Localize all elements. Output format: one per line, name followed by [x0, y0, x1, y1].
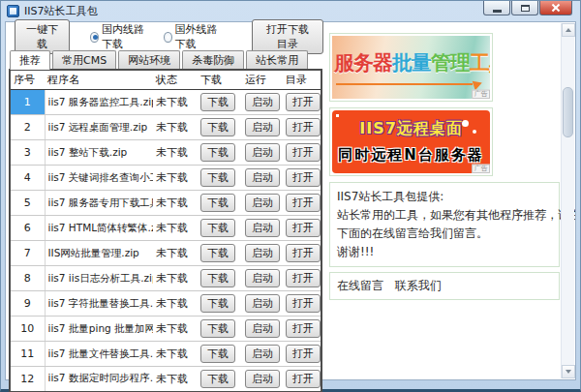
run-button[interactable]: 启动 — [245, 168, 280, 187]
open-button[interactable]: 打开 — [286, 269, 321, 287]
row-number[interactable]: 6 — [10, 216, 45, 241]
row-number[interactable]: 3 — [10, 140, 45, 166]
run-button[interactable]: 启动 — [245, 118, 280, 136]
col-header-no: 序号 — [10, 70, 45, 90]
tab-site-env[interactable]: 网站环境 — [118, 50, 180, 69]
run-button[interactable]: 启动 — [245, 370, 280, 388]
info-line: IIS7站长工具包提供: — [337, 188, 552, 206]
open-button[interactable]: 打开 — [286, 168, 321, 187]
download-button[interactable]: 下载 — [200, 269, 235, 287]
download-button[interactable]: 下载 — [200, 370, 235, 388]
run-button[interactable]: 启动 — [245, 345, 280, 363]
open-button[interactable]: 打开 — [286, 194, 321, 212]
open-button[interactable]: 打开 — [286, 319, 321, 338]
program-name: iis7 批量文件替换工具.zip — [45, 342, 153, 367]
open-button[interactable]: 打开 — [286, 294, 321, 313]
contact-link[interactable]: 联系我们 — [395, 279, 442, 292]
table-row[interactable]: 5 iis7 服务器专用下载工具.zip 未下载 下载 启动 打开 — [10, 191, 321, 216]
program-name: iis7 整站下载.zip — [45, 140, 153, 166]
right-panel-scrollbar[interactable] — [561, 23, 574, 378]
row-number[interactable]: 4 — [10, 166, 45, 191]
status-label: 未下载 — [153, 317, 198, 342]
feedback-link[interactable]: 在线留言 — [337, 279, 383, 292]
banner1-seg3: 管理 — [431, 51, 470, 75]
row-number[interactable]: 11 — [10, 342, 45, 367]
row-number[interactable]: 7 — [10, 241, 45, 266]
open-download-dir-button[interactable]: 打开下载目录 — [252, 19, 323, 54]
status-label: 未下载 — [153, 367, 198, 392]
table-row[interactable]: 12 iis7 数据定时同步程序.zip 未下载 下载 启动 打开 — [10, 367, 321, 392]
run-button[interactable]: 启动 — [245, 244, 280, 262]
status-label: 未下载 — [153, 241, 198, 266]
program-name: iis7 服务器专用下载工具.zip — [45, 191, 153, 216]
run-button[interactable]: 启动 — [245, 194, 280, 212]
row-number[interactable]: 12 — [10, 367, 45, 392]
banner1-seg4: 工具 — [470, 51, 490, 75]
download-button[interactable]: 下载 — [200, 219, 235, 237]
download-button[interactable]: 下载 — [200, 319, 235, 338]
tab-antivirus[interactable]: 杀毒防御 — [182, 50, 244, 69]
download-button[interactable]: 下载 — [200, 294, 235, 313]
tab-webmaster-common[interactable]: 站长常用 — [246, 50, 308, 69]
ad-banner-server-batch[interactable]: 服务器批量管理工具 广告 — [329, 33, 493, 102]
download-button[interactable]: 下载 — [200, 143, 235, 162]
open-button[interactable]: 打开 — [286, 244, 321, 262]
client-area: 一键下载 国内线路下载 国外线路下载 打开下载目录 推荐 常用CMS 网站环境 … — [5, 21, 576, 380]
table-row[interactable]: 4 iis7 关键词排名查询小工... 未下载 下载 启动 打开 — [10, 166, 321, 191]
row-number[interactable]: 8 — [10, 266, 45, 291]
maximize-button[interactable] — [511, 1, 538, 15]
one-click-download-button[interactable]: 一键下载 — [15, 19, 70, 54]
download-button[interactable]: 下载 — [200, 168, 235, 187]
tab-common-cms[interactable]: 常用CMS — [52, 50, 116, 69]
table-row[interactable]: 2 iis7 远程桌面管理.zip 未下载 下载 启动 打开 — [10, 115, 321, 140]
tab-recommended[interactable]: 推荐 — [10, 50, 50, 70]
table-row[interactable]: 6 iis7 HTML简体转繁体.zip 未下载 下载 启动 打开 — [10, 216, 321, 241]
open-button[interactable]: 打开 — [286, 370, 321, 388]
open-button[interactable]: 打开 — [286, 345, 321, 363]
scroll-up-button[interactable] — [562, 23, 575, 37]
table-row[interactable]: 10 iis7 批量ping 批量加网卡... 未下载 下载 启动 打开 — [10, 317, 321, 342]
minimize-button[interactable] — [483, 1, 510, 15]
open-button[interactable]: 打开 — [286, 93, 321, 111]
row-number[interactable]: 5 — [10, 191, 45, 216]
close-icon — [551, 3, 561, 13]
row-number[interactable]: 2 — [10, 115, 45, 140]
download-button[interactable]: 下载 — [200, 194, 235, 212]
banner1-title: 服务器批量管理工具 — [334, 49, 490, 76]
table-row[interactable]: 9 iis7 字符批量替换工具.zip 未下载 下载 启动 打开 — [10, 291, 321, 317]
table-row[interactable]: 8 iis7 iis日志分析工具.zip 未下载 下载 启动 打开 — [10, 266, 321, 291]
ad-banner-remote-desktop[interactable]: IIS7远程桌面 同时远程N台服务器 广告 — [329, 107, 493, 176]
open-button[interactable]: 打开 — [286, 143, 321, 162]
download-button[interactable]: 下载 — [200, 93, 235, 111]
download-button[interactable]: 下载 — [200, 345, 235, 363]
download-button[interactable]: 下载 — [200, 244, 235, 262]
table-row[interactable]: 1 iis7 服务器监控工具.zip 未下载 下载 启动 打开 — [10, 90, 321, 115]
table-row[interactable]: 11 iis7 批量文件替换工具.zip 未下载 下载 启动 打开 — [10, 342, 321, 367]
program-table: 序号 程序名 状态 下载 运行 目录 1 iis7 服务器监控工具.zip 未下… — [9, 69, 322, 392]
run-button[interactable]: 启动 — [245, 143, 280, 162]
row-number[interactable]: 9 — [10, 291, 45, 317]
program-name: iis7 字符批量替换工具.zip — [45, 291, 153, 317]
program-name: iis7 服务器监控工具.zip — [45, 90, 153, 115]
minimize-icon — [493, 10, 502, 13]
scroll-down-button[interactable] — [562, 365, 575, 378]
row-number[interactable]: 1 — [10, 90, 45, 115]
banner1-underline — [336, 83, 473, 85]
radio-foreign[interactable]: 国外线路下载 — [164, 22, 231, 51]
run-button[interactable]: 启动 — [245, 294, 280, 313]
row-number[interactable]: 10 — [10, 317, 45, 342]
table-row[interactable]: 3 iis7 整站下载.zip 未下载 下载 启动 打开 — [10, 140, 321, 166]
radio-domestic[interactable]: 国内线路下载 — [90, 22, 158, 51]
run-button[interactable]: 启动 — [245, 269, 280, 287]
open-button[interactable]: 打开 — [286, 118, 321, 136]
table-row[interactable]: 7 IIS网站批量管理.zip 未下载 下载 启动 打开 — [10, 241, 321, 266]
status-label: 未下载 — [153, 115, 198, 140]
run-button[interactable]: 启动 — [245, 319, 280, 338]
download-button[interactable]: 下载 — [200, 118, 235, 136]
run-button[interactable]: 启动 — [245, 219, 280, 237]
scrollbar-thumb[interactable] — [563, 87, 573, 137]
app-icon — [7, 5, 19, 17]
run-button[interactable]: 启动 — [245, 93, 280, 111]
close-button[interactable] — [539, 1, 572, 15]
open-button[interactable]: 打开 — [286, 219, 321, 237]
